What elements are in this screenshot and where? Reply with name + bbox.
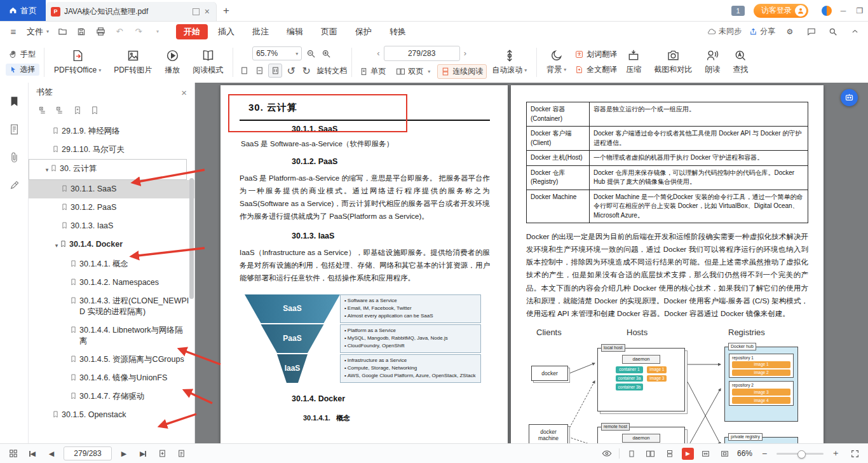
search-icon[interactable] [826, 25, 840, 39]
zoom-select[interactable]: 65.7%▾ [252, 46, 302, 60]
zoom-slider-knob[interactable] [797, 450, 806, 459]
minimize-button[interactable]: ─ [835, 3, 851, 18]
attachments-panel-icon[interactable] [7, 150, 21, 164]
bookmark-item[interactable]: 30.1.4.7. 存储驱动 [29, 387, 194, 406]
word-translate-button[interactable]: 划词翻译 [571, 48, 621, 60]
single-page-view-button[interactable]: 单页 [356, 65, 389, 78]
bookmark-item[interactable]: 30.1.4.3. 进程(CLONE_NEWPID 实现的进程隔离) [29, 292, 194, 321]
tab-convert[interactable]: 转换 [382, 24, 414, 39]
view-single-icon[interactable] [625, 447, 639, 460]
tab-edit[interactable]: 编辑 [279, 24, 311, 39]
pdf-page-right[interactable]: Docker 容器(Container)容器是独立运行的一个或一组应用。 Doc… [511, 85, 824, 444]
bookmark-item[interactable]: 29.1.10. 马尔可夫 [29, 141, 194, 159]
bookmark-item[interactable]: 30.1.4.5. 资源隔离与CGroups [29, 350, 194, 369]
next-page-button[interactable]: ▶ [117, 447, 131, 460]
add-bookmark-icon[interactable] [72, 105, 83, 116]
full-translate-button[interactable]: 全文翻译 [571, 64, 621, 76]
fit-page-icon[interactable] [238, 64, 250, 77]
statusbar-page-input[interactable]: 279/283 [64, 446, 112, 460]
thumbnail-grid-icon[interactable] [6, 447, 20, 460]
redo-icon[interactable]: ↷ [132, 25, 146, 39]
sync-status[interactable]: 未同步 [707, 26, 742, 37]
prev-page-button[interactable]: ◀ [44, 447, 58, 460]
compress-button[interactable]: 压缩 [621, 46, 646, 78]
promo-icon[interactable] [818, 3, 835, 18]
bookmark-item[interactable]: 30.1.2. PaaS [29, 198, 194, 217]
tab-protect[interactable]: 保护 [348, 24, 379, 39]
eye-icon[interactable] [600, 447, 614, 460]
notification-badge[interactable]: 1 [731, 6, 745, 16]
bookmark-item[interactable]: 30.1.5. Openstack [29, 406, 194, 424]
open-file-icon[interactable] [55, 25, 69, 39]
hamburger-menu-icon[interactable]: ≡ [6, 25, 20, 39]
continuous-read-button[interactable]: 连续阅读 [437, 64, 487, 79]
fullscreen-icon[interactable] [848, 447, 862, 460]
annotations-panel-icon[interactable] [7, 178, 21, 192]
last-page-button[interactable]: ▶ [136, 447, 150, 460]
close-panel-icon[interactable]: × [181, 87, 187, 98]
pdf-page-left[interactable]: 30. 云计算 30.1.1. SaaS SaaS 是 Software-as-… [220, 85, 508, 444]
file-menu[interactable]: 文件▾ [25, 26, 50, 38]
zoom-out-icon[interactable] [304, 47, 317, 60]
read-mode-button[interactable]: 阅读模式 [187, 46, 228, 78]
next-page-icon[interactable]: › [461, 48, 469, 58]
pin-icon[interactable] [193, 8, 200, 15]
tab-start[interactable]: 开始 [176, 24, 208, 39]
thumbnails-panel-icon[interactable] [7, 122, 21, 136]
find-button[interactable]: 查找 [728, 46, 753, 78]
zoom-out-button[interactable]: − [757, 447, 771, 460]
background-button[interactable]: 背景▾ [541, 46, 571, 78]
bookmark-item[interactable]: 30.1.3. IaaS [29, 217, 194, 235]
tab-close-icon[interactable]: × [203, 6, 211, 17]
pdf-to-office-button[interactable]: PDF转Office▾ [49, 46, 106, 78]
new-tab-button[interactable]: + [217, 0, 236, 21]
page-number-input[interactable]: 279/283 [384, 46, 460, 61]
auto-scroll-button[interactable]: 自动滚动▾ [487, 46, 532, 78]
save-icon[interactable] [74, 25, 88, 39]
presentation-play-button[interactable]: ▶ [682, 448, 694, 460]
bookmark-item[interactable]: 30.1.4.4. Libnetwork与网络隔离 [29, 321, 194, 350]
actual-size-icon[interactable] [268, 64, 282, 78]
comment-icon[interactable] [804, 25, 818, 39]
rotate-label[interactable]: 旋转文档 [316, 66, 347, 76]
first-page-button[interactable]: ◀ [25, 447, 39, 460]
double-page-view-button[interactable]: 双页▾ [393, 65, 433, 78]
bookmark-item[interactable]: 30.1.4.2. Namespaces [29, 273, 194, 292]
history-caret-icon[interactable]: ▾ [151, 25, 165, 39]
document-tab[interactable]: P JAVA核心知识点整理.pdf × [46, 2, 217, 21]
bookmark-item-saas[interactable]: 30.1.1. SaaS [29, 180, 194, 198]
select-tool-button[interactable]: 选择 [6, 64, 39, 76]
snapshot-compare-button[interactable]: 截图和对比 [649, 46, 697, 78]
login-button[interactable]: 访客登录 [754, 4, 808, 18]
fit-width-icon[interactable] [253, 64, 266, 77]
bookmark-item-docker[interactable]: ▾ 30.1.4. Docker [29, 235, 194, 255]
zoom-in-button[interactable]: ＋ [829, 447, 843, 460]
prev-page-icon[interactable]: ‹ [374, 48, 382, 58]
new-page-icon[interactable] [174, 447, 188, 460]
expand-all-icon[interactable] [37, 105, 48, 116]
zoom-slider[interactable] [776, 453, 824, 455]
insert-page-icon[interactable] [155, 447, 169, 460]
bookmark-item[interactable]: 30.1.4.1. 概念 [29, 255, 194, 273]
view-double-icon[interactable] [644, 447, 658, 460]
fit-width-button[interactable] [699, 447, 713, 460]
zoom-level-label[interactable]: 66% [737, 449, 752, 458]
tab-annotate[interactable]: 批注 [245, 24, 276, 39]
twisty-icon[interactable]: ▾ [43, 165, 51, 176]
fit-page-button[interactable] [718, 447, 732, 460]
floating-assistant-button[interactable] [841, 89, 858, 106]
bookmark-item[interactable]: 29.1.9. 神经网络 [29, 122, 194, 141]
share-button[interactable]: 分享 [749, 26, 775, 37]
hand-tool-button[interactable]: 手型 [5, 48, 39, 60]
panel-scrollbar[interactable] [189, 178, 194, 299]
pdf-to-image-button[interactable]: PDF转图片 [109, 46, 157, 78]
undo-icon[interactable]: ↶ [112, 25, 126, 39]
play-slideshow-button[interactable]: 播放 [159, 46, 185, 78]
print-icon[interactable] [93, 25, 107, 39]
collapse-all-icon[interactable] [55, 105, 65, 116]
restore-button[interactable]: ❐ [851, 3, 868, 18]
rotate-right-icon[interactable]: ↻ [300, 64, 313, 77]
view-continuous-icon[interactable] [663, 447, 677, 460]
bookmark-settings-icon[interactable] [89, 105, 100, 116]
bookmark-item-cloud-computing[interactable]: ▾ 30. 云计算 [29, 159, 187, 180]
